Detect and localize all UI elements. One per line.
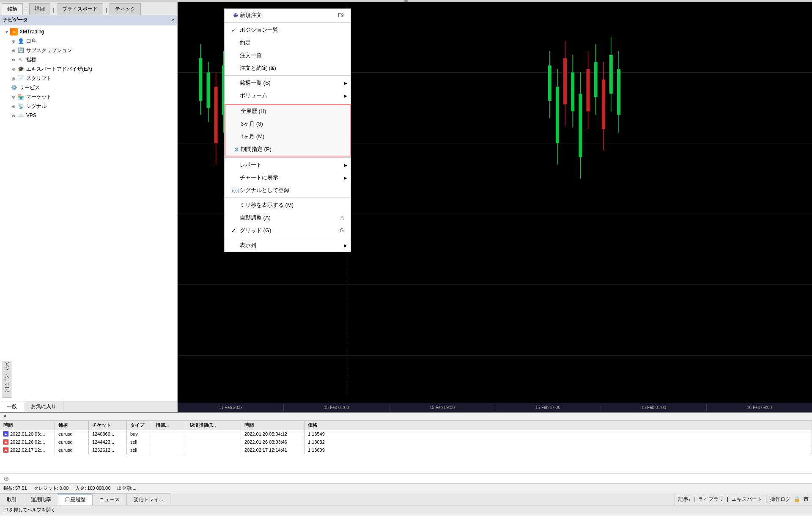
menu-milliseconds[interactable]: ミリ秒を表示する (M) — [225, 199, 351, 211]
tree-label-market: マーケット — [26, 93, 52, 101]
tree-label-script: スクリプト — [26, 75, 52, 82]
menu-3months[interactable]: 3ヶ月 (3) — [225, 118, 350, 130]
time-label-2: 15 Feb 09:00 — [389, 404, 495, 411]
tree-toggle-account[interactable]: ⊕ — [10, 38, 17, 44]
navigator-tree[interactable]: ▼ X XMTrading ⊕ 👤 口座 ⊕ 🔄 サブスクリプション — [0, 25, 177, 401]
row2-time: ▶ 2022.01.26 02:... — [0, 438, 55, 446]
tree-item-indicator[interactable]: ⊕ ∿ 指標 — [0, 55, 177, 64]
tab-separator: | — [694, 496, 695, 502]
subscription-icon: 🔄 — [17, 47, 25, 54]
separator-4 — [225, 157, 351, 158]
time-label-5: 16 Feb 09:00 — [706, 404, 812, 411]
menu-volume[interactable]: ボリューム — [225, 89, 351, 102]
row1-tp — [186, 430, 241, 438]
row2-tp — [186, 438, 241, 446]
menu-full-history[interactable]: 全展歴 (H) — [225, 105, 350, 118]
tree-root[interactable]: ▼ X XMTrading — [0, 27, 177, 36]
tree-item-signal[interactable]: ⊕ 📡 シグナル — [0, 102, 177, 111]
row1-symbol: eurusd — [55, 430, 89, 438]
tab-history[interactable]: 口座履歴 — [58, 494, 93, 505]
tree-toggle-signal[interactable]: ⊕ — [10, 103, 17, 110]
tree-toggle-script[interactable]: ⊕ — [10, 75, 17, 82]
gear-icon: ⚙ — [232, 146, 241, 153]
tree-toggle-subscription[interactable]: ⊕ — [10, 47, 17, 54]
bottom-tabs-container: 取引 運用比率 口座履歴 ニュース 受信トレイ... 記事₁ | ライブラリ |… — [0, 493, 812, 505]
nav-tab-general[interactable]: 一般 — [0, 401, 24, 412]
menu-auto-adjust-label: 自動調整 (A) — [240, 214, 271, 222]
context-menu[interactable]: ⊕ 新規注文 F9 ✓ ポジション一覧 約定 注文一覧 — [224, 8, 351, 252]
menu-auto-adjust-shortcut: A — [340, 215, 344, 221]
vps-icon: ☁️ — [17, 112, 25, 119]
tree-item-expert[interactable]: ⊕ 🎓 エキスパートアドバイザ(EA) — [0, 64, 177, 74]
menu-settlement[interactable]: 約定 — [225, 36, 351, 49]
svg-rect-63 — [609, 55, 613, 93]
row2-sl — [152, 438, 186, 446]
tab-separator-2: | — [51, 3, 56, 15]
tab-detail[interactable]: 詳細 — [29, 3, 50, 15]
table-row[interactable]: ▶ 2022.02.17 12:... eurusd 1262612... se… — [0, 446, 812, 454]
menu-report[interactable]: レポート — [225, 159, 351, 171]
bottom-table-header: 時間 銘柄 チケット タイプ 指値... 決済指値(T... 時間 価格 — [0, 421, 812, 430]
menu-1month[interactable]: 1ヶ月 (M) — [225, 130, 350, 143]
menu-symbol-list[interactable]: 銘柄一覧 (S) — [225, 77, 351, 89]
row3-close-time: 2022.02.17 12:14:41 — [241, 446, 304, 454]
menu-register-signal[interactable]: ((·)) シグナルとして登録 — [225, 184, 351, 197]
tab-oplog[interactable]: 操作ログ — [770, 496, 790, 503]
tree-label-signal: シグナル — [26, 103, 47, 110]
tree-toggle-market[interactable]: ⊕ — [10, 93, 17, 100]
footer: F1を押してヘルプを開く — [0, 505, 812, 514]
menu-display-columns[interactable]: 表示列 — [225, 239, 351, 252]
menu-show-chart[interactable]: チャートに表示 — [225, 171, 351, 184]
tree-item-account[interactable]: ⊕ 👤 口座 — [0, 36, 177, 46]
table-row[interactable]: ▶ 2022.01.26 02:... eurusd 1244423... se… — [0, 438, 812, 446]
menu-new-order-label: 新規注文 — [240, 11, 262, 19]
menu-full-history-label: 全展歴 (H) — [241, 107, 266, 115]
menu-auto-adjust[interactable]: 自動調整 (A) A — [225, 211, 351, 224]
tab-news[interactable]: ニュース — [93, 494, 127, 505]
table-row[interactable]: ▶ 2022.01.20 03:... eurusd 1240360... bu… — [0, 430, 812, 438]
navigator-close-button[interactable]: × — [171, 17, 175, 24]
menu-order-list[interactable]: 注文一覧 — [225, 49, 351, 62]
tree-item-script[interactable]: ⊕ 📄 スクリプト — [0, 74, 177, 83]
col-type: タイプ — [127, 421, 152, 430]
col-time-label: 時間 — [3, 422, 13, 428]
svg-rect-54 — [586, 69, 590, 111]
row1-close-price: 1.13549 — [304, 430, 812, 438]
nav-tab-favorites[interactable]: お気に入り — [24, 401, 63, 412]
tree-label-subscription: サブスクリプション — [26, 47, 72, 54]
menu-grid[interactable]: ✓ グリッド (G) G — [225, 224, 351, 237]
tree-item-vps[interactable]: ⊕ ☁️ VPS — [0, 111, 177, 120]
tree-item-market[interactable]: ⊕ 🏪 マーケット — [0, 92, 177, 102]
tree-label-vps: VPS — [26, 113, 36, 118]
menu-new-order[interactable]: ⊕ 新規注文 F9 — [225, 9, 351, 22]
tab-expert[interactable]: エキスパート — [732, 496, 762, 503]
sell-icon: ▶ — [3, 447, 8, 453]
col-close-time: 時間 — [241, 421, 304, 430]
menu-position-list[interactable]: ✓ ポジション一覧 — [225, 24, 351, 36]
tab-trading[interactable]: 取引 — [0, 494, 24, 505]
add-row: ⊕ — [0, 473, 812, 483]
menu-grid-label: グリッド (G) — [240, 227, 271, 234]
tree-toggle-indicator[interactable]: ⊕ — [10, 56, 17, 63]
tab-ratio[interactable]: 運用比率 — [24, 494, 58, 505]
chart-time-axis: 11 Feb 2022 15 Feb 01:00 15 Feb 09:00 15… — [178, 403, 812, 412]
tree-toggle-root[interactable]: ▼ — [3, 28, 10, 35]
tree-item-subscription[interactable]: ⊕ 🔄 サブスクリプション — [0, 46, 177, 55]
row3-ticket: 1262612... — [89, 446, 127, 454]
tree-item-service[interactable]: ⚙️ サービス — [0, 83, 177, 92]
tree-toggle-expert[interactable]: ⊕ — [10, 66, 17, 72]
menu-period-custom-label: 期間指定 (P) — [241, 145, 272, 153]
tab-library[interactable]: ライブラリ — [698, 496, 724, 503]
tree-root-label: XMTrading — [19, 29, 44, 35]
tab-tick[interactable]: ティック — [110, 3, 141, 15]
tab-symbol[interactable]: 銘柄 — [2, 3, 23, 15]
bottom-close-button[interactable]: ✕ — [3, 414, 9, 420]
menu-order-settlement[interactable]: 注文と約定 (&) — [225, 62, 351, 74]
tree-toggle-vps[interactable]: ⊕ — [10, 112, 17, 119]
tab-inbox[interactable]: 受信トレイ... — [127, 494, 170, 505]
script-icon: 📄 — [17, 74, 25, 82]
tab-articles[interactable]: 記事₁ — [678, 496, 690, 503]
withdrawal-label: 出金額:... — [117, 485, 136, 491]
menu-period-custom[interactable]: ⚙ 期間指定 (P) — [225, 143, 350, 156]
tab-priceboard[interactable]: プライスボード — [57, 3, 103, 15]
